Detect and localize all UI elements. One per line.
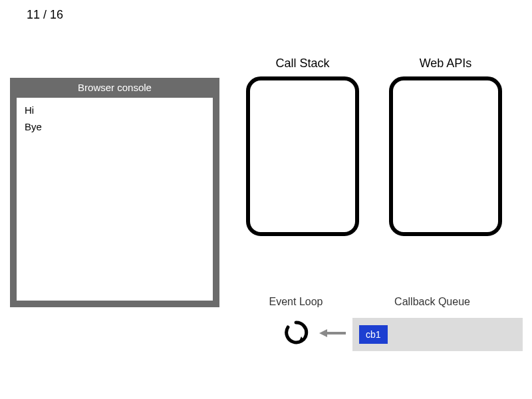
event-loop-title: Event Loop <box>253 296 339 308</box>
console-line: Hi <box>25 104 205 116</box>
arrow-left-icon <box>319 329 346 338</box>
call-stack-title: Call Stack <box>246 57 359 70</box>
call-stack-box <box>246 76 359 236</box>
callback-item: cb1 <box>359 325 388 344</box>
callback-queue-title: Callback Queue <box>372 296 492 308</box>
web-apis-title: Web APIs <box>386 57 505 70</box>
browser-console-title: Browser console <box>10 78 219 98</box>
callback-queue-box: cb1 <box>352 318 523 351</box>
page-counter: 11 / 16 <box>27 8 63 22</box>
browser-console-panel: Browser console Hi Bye <box>10 78 219 307</box>
browser-console-body: Hi Bye <box>17 98 213 301</box>
event-loop-icon <box>283 319 309 346</box>
console-line: Bye <box>25 121 205 132</box>
web-apis-box <box>389 76 502 236</box>
